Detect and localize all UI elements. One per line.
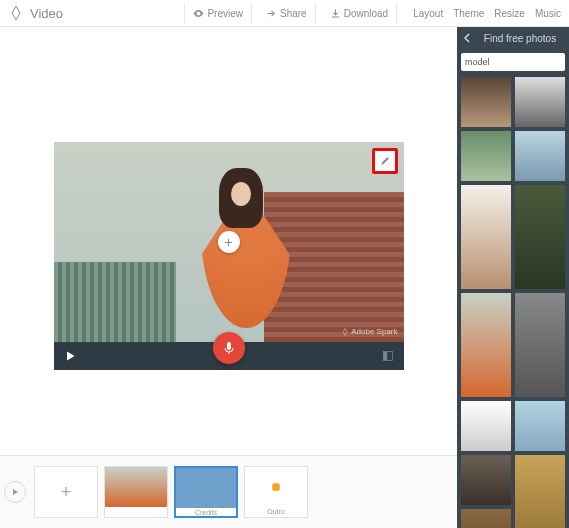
eye-icon	[193, 8, 204, 19]
play-icon	[64, 350, 76, 362]
spark-mark-icon	[271, 482, 281, 492]
timeline-thumb	[245, 467, 307, 507]
preview-label: Preview	[207, 8, 243, 19]
photo-result[interactable]	[461, 293, 511, 397]
stage: Adobe Spark +	[0, 27, 457, 456]
pencil-icon	[379, 155, 391, 167]
play-icon	[11, 488, 19, 496]
mic-icon	[223, 341, 235, 355]
photo-result[interactable]	[515, 293, 565, 397]
resize-button[interactable]: Resize	[494, 8, 525, 19]
photo-result[interactable]	[461, 455, 511, 505]
svg-rect-3	[272, 483, 280, 491]
slide: Adobe Spark +	[54, 142, 404, 370]
timeline-slide[interactable]: Outro	[244, 466, 308, 518]
app-title: Video	[30, 6, 63, 21]
photo-result[interactable]	[461, 509, 511, 528]
slide-image[interactable]: Adobe Spark +	[54, 142, 404, 342]
timeline-thumb	[105, 467, 167, 507]
layout-toggle-button[interactable]	[382, 350, 394, 362]
topbar: Video Preview Share Download Layout Them…	[0, 0, 569, 27]
photo-result[interactable]	[515, 185, 565, 289]
photo-panel: Find free photos	[457, 27, 569, 528]
photo-result[interactable]	[461, 77, 511, 127]
timeline-slide[interactable]: Credits	[174, 466, 238, 518]
timeline: + Credits Outro	[0, 456, 457, 528]
photo-result[interactable]	[515, 131, 565, 181]
timeline-thumb	[176, 468, 236, 508]
canvas-area: Adobe Spark +	[0, 27, 457, 528]
layout-icon	[382, 350, 394, 362]
plus-icon: +	[224, 234, 232, 250]
photo-result[interactable]	[515, 455, 565, 528]
timeline-label: Outro	[245, 507, 307, 517]
play-button[interactable]	[64, 350, 76, 362]
photo-result[interactable]	[461, 185, 511, 289]
edit-scale-handle[interactable]	[372, 148, 398, 174]
photo-result[interactable]	[461, 131, 511, 181]
timeline-label: Credits	[176, 508, 236, 518]
layout-button[interactable]: Layout	[413, 8, 443, 19]
timeline-play-button[interactable]	[4, 481, 26, 503]
back-button[interactable]	[463, 33, 471, 43]
spark-mark-icon	[341, 328, 349, 336]
theme-button[interactable]: Theme	[453, 8, 484, 19]
spark-logo-icon	[8, 5, 24, 21]
panel-title: Find free photos	[477, 33, 563, 44]
record-voice-button[interactable]	[213, 332, 245, 364]
share-button[interactable]: Share	[258, 3, 316, 24]
back-icon	[463, 33, 471, 43]
photo-result[interactable]	[515, 77, 565, 127]
photo-gallery	[457, 77, 569, 528]
watermark: Adobe Spark	[341, 327, 397, 336]
watermark-text: Adobe Spark	[351, 327, 397, 336]
download-icon	[330, 8, 341, 19]
share-label: Share	[280, 8, 307, 19]
share-icon	[266, 8, 277, 19]
svg-rect-2	[383, 352, 387, 361]
download-button[interactable]: Download	[322, 3, 397, 24]
music-button[interactable]: Music	[535, 8, 561, 19]
slide-controls	[54, 342, 404, 370]
panel-header: Find free photos	[457, 27, 569, 49]
add-slide-button[interactable]: +	[34, 466, 98, 518]
add-content-button[interactable]: +	[218, 231, 240, 253]
photo-result[interactable]	[461, 401, 511, 451]
timeline-slide[interactable]	[104, 466, 168, 518]
plus-icon: +	[61, 482, 72, 503]
search-row	[461, 53, 565, 71]
svg-rect-0	[227, 342, 231, 350]
photo-result[interactable]	[515, 401, 565, 451]
preview-button[interactable]: Preview	[184, 3, 252, 24]
search-input[interactable]	[465, 57, 569, 67]
right-menu: Layout Theme Resize Music	[413, 8, 561, 19]
download-label: Download	[344, 8, 388, 19]
